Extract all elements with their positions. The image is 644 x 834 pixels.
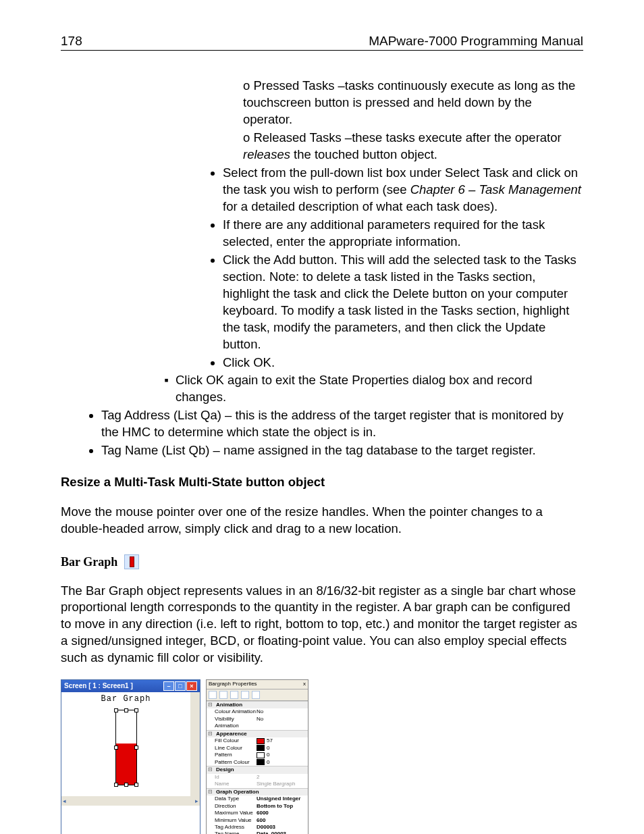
prop-row[interactable]: Minimum Value600 (207, 817, 308, 824)
close-icon[interactable]: x (303, 681, 306, 688)
scroll-up-icon[interactable]: ▴ (192, 692, 200, 700)
properties-toolbar (207, 689, 308, 701)
body-content: Pressed Tasks –tasks continuously execut… (61, 78, 583, 834)
prop-row[interactable]: Pattern Colour0 (207, 759, 308, 766)
list-item: Tag Address (List Qa) – this is the addr… (101, 407, 583, 441)
category-graph-operation[interactable]: Graph Operation (207, 788, 308, 796)
prop-row[interactable]: DirectionBottom to Top (207, 803, 308, 810)
resize-body: Move the mouse pointer over one of the r… (61, 504, 583, 538)
toolbar-button[interactable] (209, 691, 217, 699)
list-item: Click OK again to exit the State Propert… (176, 372, 583, 406)
list-item: Pressed Tasks –tasks continuously execut… (243, 78, 583, 128)
window-titlebar[interactable]: Screen [ 1 : Screen1 ] – □ × (61, 680, 200, 692)
category-animation[interactable]: Animation (207, 701, 308, 709)
editor-canvas[interactable]: Bar Graph ▴ ▾ (61, 692, 200, 796)
properties-title-text: Bargraph Properties (209, 681, 257, 688)
canvas-label: Bar Graph (61, 694, 190, 704)
page-number: 178 (61, 34, 82, 49)
list-item: If there are any additional parameters r… (223, 217, 583, 251)
prop-row[interactable]: Line Colour0 (207, 745, 308, 752)
list-item: Tag Name (List Qb) – name assigned in th… (101, 442, 583, 459)
list-item: Released Tasks –these tasks execute afte… (243, 130, 583, 163)
toolbar-button[interactable] (219, 691, 227, 699)
manual-title: MAPware-7000 Programming Manual (369, 34, 583, 49)
scroll-down-icon[interactable]: ▾ (192, 788, 200, 796)
prop-row[interactable]: Tag NameData_00003 (207, 831, 308, 834)
prop-row[interactable]: Id2 (207, 774, 308, 781)
bargraph-heading: Bar Graph (61, 554, 583, 570)
scroll-left-icon[interactable]: ◂ (63, 797, 66, 805)
toolbar-button[interactable] (241, 691, 249, 699)
prop-row[interactable]: Fill Colour57 (207, 737, 308, 744)
toolbar-button[interactable] (252, 691, 260, 699)
maximize-button[interactable]: □ (175, 681, 186, 691)
page-header: 178 MAPware-7000 Programming Manual (61, 34, 583, 51)
close-button[interactable]: × (186, 681, 197, 691)
screen-editor-window: Screen [ 1 : Screen1 ] – □ × Bar Graph (61, 679, 200, 834)
resize-heading: Resize a Multi-Task Multi-State button o… (61, 474, 583, 491)
prop-row[interactable]: Tag AddressD00003 (207, 824, 308, 831)
properties-panel: Bargraph Properties x Animation Colour A… (206, 679, 308, 834)
horizontal-scrollbar[interactable]: ◂ ▸ (61, 796, 200, 806)
prop-row[interactable]: Data TypeUnsigned Integer (207, 796, 308, 802)
category-appearance[interactable]: Appearence (207, 730, 308, 738)
toolbar-button[interactable] (230, 691, 238, 699)
scroll-right-icon[interactable]: ▸ (195, 797, 198, 805)
prop-row[interactable]: Visibility AnimationNo (207, 716, 308, 730)
prop-row[interactable]: Maximum Value6000 (207, 810, 308, 816)
prop-row[interactable]: Colour AnimationNo (207, 708, 308, 715)
category-design[interactable]: Design (207, 766, 308, 774)
bargraph-object[interactable] (115, 710, 137, 785)
list-item: Click the Add button. This will add the … (223, 252, 583, 353)
properties-titlebar[interactable]: Bargraph Properties x (207, 680, 308, 689)
bargraph-icon (124, 554, 139, 569)
minimize-button[interactable]: – (163, 681, 174, 691)
list-item: Click OK. (223, 355, 583, 371)
window-title-text: Screen [ 1 : Screen1 ] (64, 681, 133, 691)
list-item: Select from the pull-down list box under… (223, 165, 583, 215)
prop-row[interactable]: Pattern0 (207, 752, 308, 758)
prop-row[interactable]: NameSingle Bargraph (207, 781, 308, 787)
bargraph-body: The Bar Graph object represents values i… (61, 583, 583, 667)
